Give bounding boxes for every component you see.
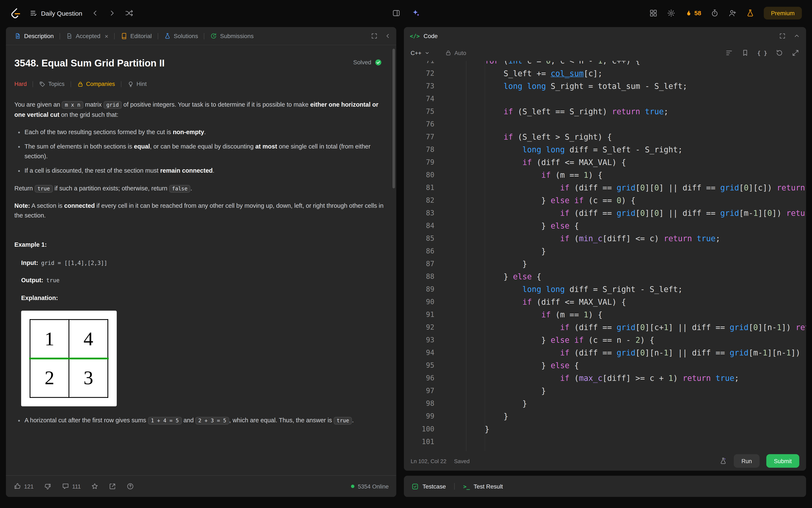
ai-assistant-button[interactable] [412, 9, 420, 17]
code-panel-title[interactable]: </> Code [410, 33, 438, 39]
maximize-editor-button[interactable] [792, 49, 799, 57]
example-bullets: A horizontal cut after the first row giv… [14, 416, 388, 425]
lightbulb-icon [127, 81, 134, 87]
book-icon [121, 33, 127, 39]
code-editor[interactable]: 7172737475767778798081828384858687888990… [404, 61, 806, 451]
tab-divider [158, 33, 158, 39]
lock-icon [445, 49, 451, 56]
comments-button[interactable]: 111 [61, 482, 81, 490]
check-doc-icon [66, 33, 73, 39]
share-button[interactable] [109, 482, 116, 490]
fullscreen-icon [371, 33, 378, 39]
expand-diagonal-icon [792, 49, 799, 57]
tab-testcase[interactable]: Testcase [412, 483, 446, 490]
streak-counter[interactable]: 58 [684, 9, 701, 17]
help-button[interactable] [127, 482, 134, 490]
star-icon [91, 482, 98, 490]
submit-button[interactable]: Submit [766, 454, 799, 468]
hint-link[interactable]: Hint [127, 80, 147, 89]
timer-button[interactable] [711, 9, 719, 17]
horizontal-cut-line [29, 357, 109, 359]
description-scrollbar[interactable] [392, 49, 395, 188]
test-result-label: Test Result [474, 483, 503, 490]
language-selector[interactable]: C++ [411, 50, 429, 56]
grid-icon [649, 9, 658, 17]
collapse-code-button[interactable] [794, 33, 800, 39]
statement: You are given an m x n matrix grid of po… [14, 100, 388, 425]
close-icon[interactable]: × [105, 32, 108, 40]
statement-bullet: If a cell is discounted, the rest of the… [25, 166, 388, 176]
hint-label: Hint [137, 80, 147, 89]
indent-guide [466, 61, 467, 451]
chevron-up-icon [794, 33, 800, 39]
auto-label: Auto [455, 50, 466, 56]
settings-button[interactable] [667, 9, 675, 17]
tab-editorial[interactable]: Editorial [117, 33, 155, 39]
tab-description[interactable]: Description [11, 33, 57, 39]
tab-test-result[interactable]: >_ Test Result [463, 483, 503, 490]
expand-panel-button[interactable] [371, 33, 378, 39]
reset-code-button[interactable] [776, 49, 783, 57]
testcase-check-icon [412, 483, 419, 490]
example-output: Output:true [14, 276, 388, 286]
tab-divider [204, 33, 204, 39]
code-label: Code [423, 33, 438, 39]
run-button[interactable]: Run [734, 454, 760, 468]
companies-link[interactable]: Companies [77, 80, 115, 89]
example-explanation: Explanation: [14, 293, 388, 303]
favorite-button[interactable] [91, 482, 98, 490]
code-panel: </> Code C++ [404, 27, 806, 471]
tab-solutions[interactable]: Solutions [161, 33, 201, 39]
dislike-button[interactable] [44, 482, 51, 490]
topics-label: Topics [48, 80, 65, 89]
apps-grid-button[interactable] [649, 9, 658, 17]
shuffle-button[interactable] [125, 9, 133, 17]
layout-switcher-button[interactable] [392, 9, 400, 17]
expand-code-button[interactable] [779, 33, 786, 39]
list-icon [30, 9, 37, 17]
flask-icon [164, 33, 171, 39]
debug-button[interactable] [719, 457, 727, 465]
premium-button[interactable]: Premium [764, 7, 802, 19]
tab-label-description: Description [24, 33, 54, 39]
statement-bullets: Each of the two resulting sections forme… [14, 127, 388, 176]
prev-question-button[interactable] [91, 9, 99, 17]
snippets-button[interactable]: { } [757, 50, 767, 56]
top-nav: Daily Question [0, 0, 812, 26]
meta-divider [33, 81, 33, 87]
invite-friend-button[interactable] [728, 9, 737, 17]
example-heading: Example 1: [14, 240, 388, 250]
description-footer: 121 111 [6, 475, 396, 497]
online-count: 5354 Online [358, 483, 389, 490]
collapse-panel-button[interactable] [384, 33, 391, 39]
statement-note: Note: A section is connected if every ce… [14, 201, 388, 221]
like-button[interactable]: 121 [13, 482, 34, 490]
editor-code: for (int c = 0; c < n - 1; c++) { S_left… [434, 61, 806, 451]
topics-link[interactable]: Topics [39, 80, 65, 89]
daily-question-link[interactable]: Daily Question [30, 9, 82, 17]
code-toolbar: C++ Auto [404, 45, 806, 61]
meta-divider [121, 81, 121, 87]
difficulty-badge[interactable]: Hard [14, 80, 27, 89]
example-input: Input:grid = [[1,4],[2,3]] [14, 258, 388, 268]
problem-description: 3548. Equal Sum Grid Partition II Solved… [6, 45, 396, 475]
next-question-button[interactable] [108, 9, 116, 17]
bookmark-button[interactable] [741, 49, 749, 57]
tab-submissions[interactable]: Submissions [207, 33, 257, 39]
chevron-down-icon [425, 50, 430, 55]
format-code-button[interactable] [725, 49, 733, 57]
editor-gutter: 7172737475767778798081828384858687888990… [404, 61, 434, 451]
user-plus-icon [728, 9, 737, 17]
tab-accepted[interactable]: Accepted × [62, 32, 112, 40]
output-label: Output: [21, 277, 43, 284]
language-label: C++ [411, 50, 421, 56]
auto-toggle[interactable]: Auto [445, 49, 466, 56]
description-panel: Description Accepted × Editorial Solutio… [6, 27, 396, 497]
tab-label-submissions: Submissions [220, 33, 254, 39]
fullscreen-icon [779, 33, 786, 39]
statement-bullet: Each of the two resulting sections forme… [25, 127, 388, 137]
leetcode-logo[interactable] [10, 8, 21, 18]
lab-button[interactable] [746, 9, 755, 17]
braces-icon: { } [757, 50, 767, 56]
save-status: Saved [454, 458, 470, 464]
